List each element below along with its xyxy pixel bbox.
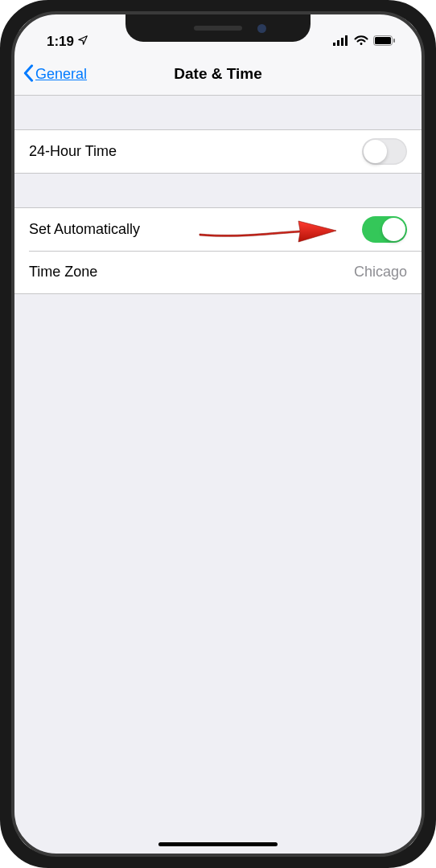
home-indicator[interactable] [158,842,278,846]
cellular-icon [333,34,349,50]
svg-rect-0 [333,43,335,46]
row-time-zone[interactable]: Time Zone Chicago [14,251,422,293]
status-time: 1:19 [47,34,74,50]
wifi-icon [354,34,368,50]
back-button[interactable]: General [23,62,87,86]
status-right [333,34,399,50]
settings-content: 24-Hour Time Set Automatically Time Zone… [14,96,422,854]
row-24-hour-time[interactable]: 24-Hour Time [14,130,422,173]
row-value: Chicago [354,264,407,280]
row-set-automatically[interactable]: Set Automatically [14,208,422,251]
notch [125,14,311,42]
location-icon [77,34,88,50]
svg-rect-5 [375,37,391,44]
toggle-24-hour-time[interactable] [362,138,407,165]
status-left: 1:19 [37,34,88,50]
nav-bar: General Date & Time [14,53,422,96]
volume-down-button [0,265,2,321]
svg-rect-6 [393,39,395,43]
volume-up-button [0,193,2,249]
group-time-format: 24-Hour Time [14,129,422,174]
chevron-left-icon [23,62,34,86]
toggle-set-automatically[interactable] [362,216,407,243]
group-auto-time: Set Automatically Time Zone Chicago [14,207,422,294]
row-label: Set Automatically [29,221,140,238]
svg-rect-1 [337,40,339,46]
silent-switch [0,145,2,175]
page-title: Date & Time [174,65,261,83]
back-label: General [35,66,87,83]
svg-rect-2 [341,38,343,46]
row-label: Time Zone [29,264,97,280]
svg-rect-3 [345,35,348,46]
screen: 1:19 [14,14,422,854]
row-label: 24-Hour Time [29,143,117,160]
battery-icon [373,34,396,50]
